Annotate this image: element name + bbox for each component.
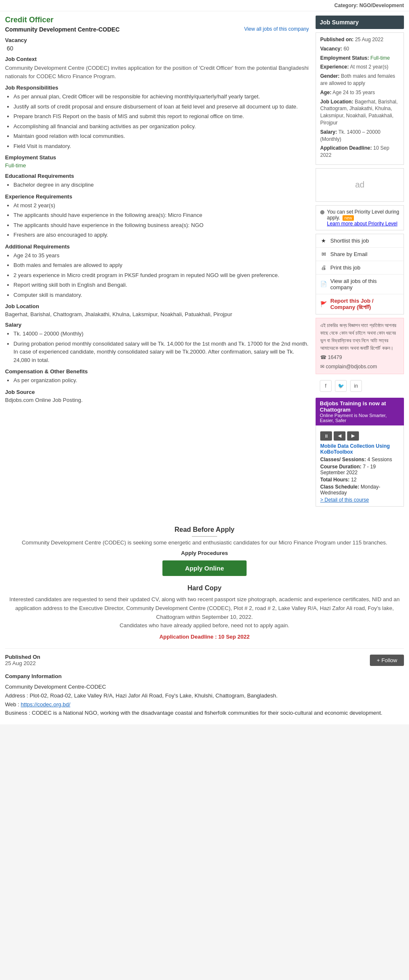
job-summary-box: Job Summary (316, 16, 404, 29)
priority-box: You can set Priority Level during apply.… (316, 205, 404, 230)
report-email: ✉ complain@bdjobs.com (320, 363, 399, 370)
linkedin-icon[interactable]: in (350, 380, 362, 392)
web-url-link[interactable]: https://codec.org.bd/ (21, 701, 70, 708)
pause-btn[interactable]: ⏸ (320, 431, 332, 441)
list-item: Age 24 to 35 years (13, 251, 309, 260)
list-item: Both males and females are allowed to ap… (13, 261, 309, 269)
share-email-btn[interactable]: ✉ Share by Email (316, 248, 404, 261)
exp-lbl: Experience: (320, 64, 349, 70)
loc-lbl: Job Location: (320, 99, 353, 105)
list-item: 2 years experience in Micro credit progr… (13, 271, 309, 280)
duration-label: Course Duration: (320, 464, 361, 470)
print-btn[interactable]: 🖨 Print this job (316, 261, 404, 275)
hours-label: Total Hours: (320, 477, 350, 483)
report-description-box: এই চাকরির জন্য বিজ্ঞাপন দাতা প্রতিষ্ঠান … (316, 318, 404, 374)
educational-list: Bachelor degree in any discipline (5, 181, 309, 189)
bottom-section: Read Before Apply Community Development … (0, 511, 409, 724)
web-label: Web : (5, 701, 19, 708)
company-name: Community Development Centre-CODEC (5, 26, 120, 33)
vacancy-number: 60 (7, 45, 309, 52)
hard-copy-note: Candidates who have already applied befo… (120, 622, 289, 629)
category-label: Category: (335, 3, 358, 8)
list-item: Bachelor degree in any discipline (13, 181, 309, 189)
list-item: As per annual plan, Credit Officer will … (13, 92, 309, 101)
hard-copy-section: Hard Copy Interested candidates are requ… (5, 584, 404, 640)
priority-learn-link[interactable]: Learn more about Priority Level (327, 221, 397, 227)
follow-button[interactable]: + Follow (370, 655, 404, 666)
read-before-title: Read Before Apply (5, 526, 404, 534)
new-badge: new (343, 215, 353, 221)
vacancy-val: 60 (343, 46, 349, 52)
summary-salary: Salary: Tk. 14000 – 20000 (Monthly) (320, 129, 399, 143)
read-before-section: Read Before Apply Community Development … (5, 526, 404, 546)
location-label: Job Location (5, 303, 309, 309)
responsibilities-list: As per annual plan, Credit Officer will … (5, 92, 309, 150)
published-label: Published on: (320, 37, 353, 42)
list-item: During probation period monthly consolid… (13, 340, 309, 365)
print-icon: 🖨 (320, 264, 327, 271)
course-title[interactable]: Mobile Data Collection Using KoBoToolbox (320, 443, 399, 455)
emp-status-val: Full-time (370, 55, 390, 61)
star-icon: ★ (320, 238, 327, 244)
deadline-lbl: Application Deadline: (320, 145, 372, 151)
social-icons: f 🐦 in (316, 378, 404, 394)
email-icon: ✉ (320, 251, 327, 257)
class-schedule: Class Schedule: Monday-Wednesday (320, 484, 399, 496)
apply-online-button[interactable]: Apply Online (162, 560, 247, 576)
schedule-label: Class Schedule: (320, 484, 359, 490)
company-info-section: Company Information Community Developmen… (5, 672, 404, 718)
shortlist-btn[interactable]: ★ Shortlist this job (316, 234, 404, 248)
list-item: Freshers are also encouraged to apply. (13, 231, 309, 239)
company-info-web: Web : https://codec.org.bd/ (5, 700, 404, 709)
list-item: The applicants should have experience in… (13, 211, 309, 219)
forward-btn[interactable]: ▶ (347, 431, 359, 441)
summary-location: Job Location: Bagerhat, Barishal, Chatto… (320, 98, 399, 127)
action-buttons: ★ Shortlist this job ✉ Share by Email 🖨 … (316, 234, 404, 314)
gender-lbl: Gender: (320, 73, 340, 79)
view-all-company-link[interactable]: View all jobs of this company (244, 26, 309, 32)
company-info-name: Community Development Centre-CODEC (5, 683, 404, 692)
salary-list: Tk. 14000 – 20000 (Monthly) During proba… (5, 330, 309, 364)
list-item: Tk. 14000 – 20000 (Monthly) (13, 330, 309, 338)
report-btn[interactable]: 🚩 Report this Job / Company (রিপোর্ট) (316, 294, 404, 314)
vacancy-label: Vacancy (5, 37, 309, 43)
sal-lbl: Salary: (320, 129, 337, 135)
list-item: As per organization policy. (13, 376, 309, 385)
shortlist-label: Shortlist this job (330, 238, 369, 244)
published-date: 25 Aug 2022 (5, 660, 40, 666)
course-detail-link[interactable]: > Detail of this course (320, 497, 369, 503)
training-content: ⏸ ◀ ▶ Mobile Data Collection Using KoBoT… (316, 425, 404, 507)
list-item: Report writing skill both in English and… (13, 281, 309, 289)
priority-dot (320, 210, 324, 214)
right-column: Job Summary Published on: 25 Aug 2022 Va… (316, 16, 404, 507)
view-all-btn[interactable]: 📄 View all jobs of this company (316, 275, 404, 294)
list-item: Justify all sorts of credit proposal and… (13, 103, 309, 111)
age-lbl: Age: (320, 90, 332, 95)
list-item: The applicants should have experience in… (13, 221, 309, 230)
salary-label: Salary (5, 322, 309, 328)
summary-deadline: Application Deadline: 10 Sep 2022 (320, 145, 399, 159)
age-val: Age 24 to 35 years (332, 90, 375, 95)
classes-value: 4 Sessions (367, 457, 392, 462)
apply-procedures-label: Apply Procedures (5, 550, 404, 556)
company-info-address: Address : Plot-02, Road-02, Lake Valley … (5, 692, 404, 700)
read-before-text: Community Development Centre (CODEC) is … (5, 539, 404, 546)
summary-emp-status: Employment Status: Full-time (320, 55, 399, 62)
category-bar: Category: NGO/Development (0, 0, 409, 11)
list-item: At most 2 year(s) (13, 201, 309, 210)
twitter-icon[interactable]: 🐦 (335, 380, 347, 392)
additional-list: Age 24 to 35 years Both males and female… (5, 251, 309, 299)
category-value: NGO/Development (359, 3, 404, 8)
hard-copy-body: Interested candidates are requested to s… (9, 596, 399, 620)
employment-status-label: Employment Status (5, 154, 309, 161)
priority-text: You can set Priority Level during apply.… (327, 209, 399, 227)
training-subtitle: Online Payment is Now Smarter, Easier, S… (320, 413, 400, 423)
educational-label: Educational Requirements (5, 173, 309, 179)
back-btn[interactable]: ◀ (334, 431, 345, 441)
facebook-icon[interactable]: f (320, 380, 332, 392)
training-box: Bdjobs Training is now at Chattogram Onl… (316, 398, 404, 425)
classes-label: Classes/ Sessions: (320, 457, 366, 462)
deadline-line: Application Deadline : 10 Sep 2022 (5, 634, 404, 640)
experience-list: At most 2 year(s) The applicants should … (5, 201, 309, 239)
summary-gender: Gender: Both males and females are allow… (320, 73, 399, 87)
